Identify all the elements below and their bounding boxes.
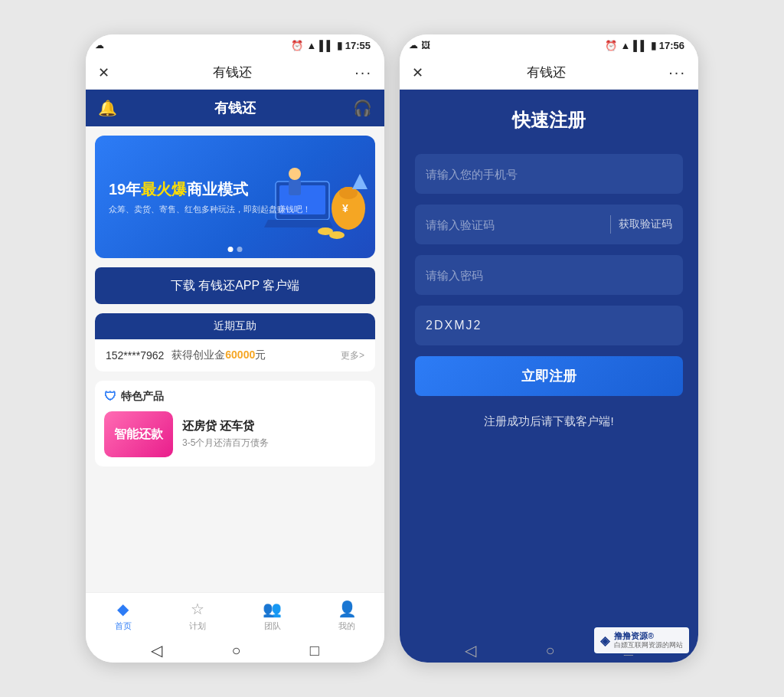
nav-plan[interactable]: ☆ 计划 [161,593,236,638]
download-button[interactable]: 下载 有钱还APP 客户端 [95,267,375,304]
featured-section: 🛡 特色产品 智能还款 还房贷 还车贷 3-5个月还清百万债务 [95,381,375,466]
nav-mine[interactable]: 👤 我的 [310,593,385,638]
close-button-right[interactable]: ✕ [412,64,423,81]
banner-title-highlight: 最火爆 [141,181,187,198]
product-card[interactable]: 智能还款 还房贷 还车贷 3-5个月还清百万债务 [104,411,366,457]
banner-dots [228,247,243,252]
banner-title-prefix: 19年 [109,181,141,198]
close-button-left[interactable]: ✕ [98,64,109,81]
home-btn[interactable]: ○ [231,642,240,659]
more-button-right[interactable]: ··· [668,64,686,81]
home-label: 首页 [115,620,132,632]
team-label: 团队 [264,620,281,632]
divider [610,215,611,234]
product-subtitle: 3-5个月还清百万债务 [182,437,269,450]
bottom-nav: ◆ 首页 ☆ 计划 👥 团队 👤 我的 [86,592,384,638]
recent-amount: 60000 [225,348,255,361]
register-form: 获取验证码 2DXMJ2 立即注册 注册成功后请下载客户端! [400,154,698,429]
title-bar-left: ✕ 有钱还 ··· [86,56,384,90]
mine-label: 我的 [338,620,355,632]
title-text-right: 有钱还 [527,64,566,81]
status-bar-right: ☁ 🖼 ⏰ ▲ ▌▌ ▮ 17:56 [400,34,698,56]
cloud-icon-right: ☁ [409,40,418,51]
bell-icon[interactable]: 🔔 [98,99,117,117]
code-input[interactable] [426,218,603,231]
recent-header: 近期互助 [95,313,375,339]
signal-icon-right: ▌▌ [633,40,647,51]
home-btn-right[interactable]: ○ [545,642,554,659]
battery-icon-right: ▮ [651,40,656,51]
wifi-icon: ▲ [306,40,316,51]
phone-input[interactable] [426,168,672,181]
shield-icon: 🛡 [104,390,116,404]
dot-2 [237,247,243,252]
captcha-group: 2DXMJ2 [415,306,683,345]
phone-input-group [415,154,683,194]
home-bar-left: ◁ ○ □ [86,638,384,663]
alarm-icon: ⏰ [291,40,303,51]
recent-desc: 获得创业金60000元 [172,348,333,362]
featured-title-text: 特色产品 [121,390,164,404]
cloud-icon: ☁ [95,40,104,51]
title-text-left: 有钱还 [213,64,252,81]
captcha-value: 2DXMJ2 [426,319,482,332]
app-title-left: 有钱还 [214,99,256,117]
recent-desc-prefix: 获得创业金 [172,348,225,361]
watermark: ◈ 撸撸资源® 白嫖互联网资源的网站 [593,626,691,655]
status-bar-left: ☁ ⏰ ▲ ▌▌ ▮ 17:55 [86,34,384,56]
signal-icon: ▌▌ [319,40,333,51]
phone-content-left: 🔔 有钱还 🎧 19年最火爆商业模式 众筹、卖货、寄售、红包多种玩法，即刻起盘赚… [86,90,384,592]
code-input-group: 获取验证码 [415,205,683,244]
watermark-text-block: 撸撸资源® 白嫖互联网资源的网站 [614,630,683,650]
phone-content-right: 快速注册 获取验证码 2DXMJ2 [400,90,698,638]
recent-item: 152****7962 获得创业金60000元 更多> [95,339,375,371]
home-icon: ◆ [117,600,129,618]
recent-phone: 152****7962 [106,349,164,362]
password-input-group [415,255,683,295]
recent-section: 近期互助 152****7962 获得创业金60000元 更多> [95,313,375,371]
plan-label: 计划 [189,620,206,632]
banner[interactable]: 19年最火爆商业模式 众筹、卖货、寄售、红包多种玩法，即刻起盘赚钱吧！ ¥ [95,136,375,258]
svg-point-7 [329,231,345,239]
right-phone: ☁ 🖼 ⏰ ▲ ▌▌ ▮ 17:56 ✕ 有钱还 ··· 快速注册 [400,34,698,663]
app-header-left: 🔔 有钱还 🎧 [86,90,384,126]
time-left: 17:55 [345,40,371,51]
title-bar-right: ✕ 有钱还 ··· [400,56,698,90]
watermark-sub: 白嫖互联网资源的网站 [614,641,683,650]
banner-title-suffix: 商业模式 [187,181,248,198]
get-code-button[interactable]: 获取验证码 [619,218,672,231]
password-input[interactable] [426,269,672,282]
banner-text: 19年最火爆商业模式 众筹、卖货、寄售、红包多种玩法，即刻起盘赚钱吧！ [95,165,375,229]
alarm-icon-right: ⏰ [605,40,617,51]
watermark-main: 撸撸资源® [614,630,683,641]
watermark-logo: ◈ [600,633,609,648]
recent-more[interactable]: 更多> [341,349,364,362]
left-phone: ☁ ⏰ ▲ ▌▌ ▮ 17:55 ✕ 有钱还 ··· 🔔 有钱还 🎧 [86,34,384,663]
register-footer: 注册成功后请下载客户端! [415,414,683,429]
register-title: 快速注册 [400,108,698,133]
product-title: 还房贷 还车贷 [182,419,269,434]
image-icon-right: 🖼 [421,40,430,51]
recent-btn[interactable]: □ [310,642,319,659]
banner-subtitle: 众筹、卖货、寄售、红包多种玩法，即刻起盘赚钱吧！ [109,204,361,215]
banner-title: 19年最火爆商业模式 [109,179,361,199]
recent-desc-suffix: 元 [255,348,266,361]
product-tag: 智能还款 [104,411,173,457]
back-btn[interactable]: ◁ [151,641,162,659]
plan-icon: ☆ [191,600,204,618]
team-icon: 👥 [263,600,282,618]
more-button-left[interactable]: ··· [354,64,372,81]
mine-icon: 👤 [338,600,357,618]
time-right: 17:56 [659,40,684,51]
headset-icon[interactable]: 🎧 [353,99,372,117]
nav-home[interactable]: ◆ 首页 [86,593,161,638]
product-info: 还房贷 还车贷 3-5个月还清百万债务 [182,419,269,450]
featured-title: 🛡 特色产品 [104,390,366,404]
dot-1 [228,247,234,252]
battery-icon: ▮ [337,40,342,51]
back-btn-right[interactable]: ◁ [465,641,476,659]
nav-team[interactable]: 👥 团队 [235,593,310,638]
wifi-icon-right: ▲ [620,40,630,51]
submit-button[interactable]: 立即注册 [415,356,683,396]
